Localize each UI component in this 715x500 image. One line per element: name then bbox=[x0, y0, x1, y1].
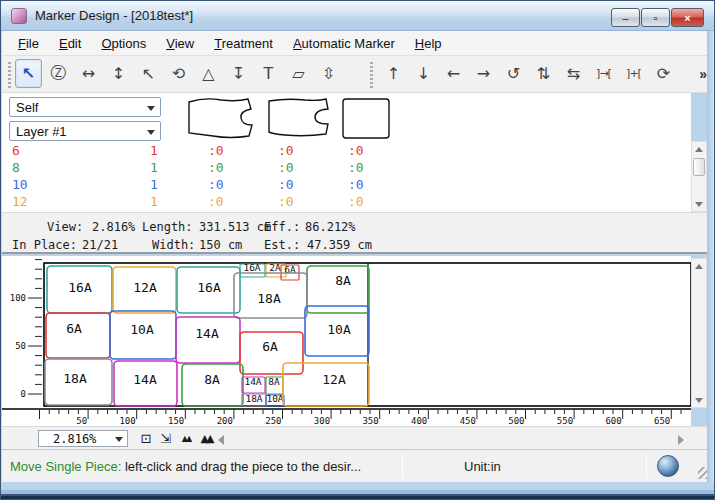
chevron-down-icon bbox=[115, 437, 123, 442]
select-tool-button[interactable]: ↖ bbox=[15, 59, 42, 88]
toolbar-grip-2[interactable] bbox=[370, 62, 373, 88]
size-row-8[interactable]: 81:0:0:0 bbox=[6, 159, 686, 176]
menu-options[interactable]: Options bbox=[91, 33, 156, 54]
piece-2A-4[interactable]: 2A bbox=[266, 262, 286, 277]
qty-cell: 1 bbox=[150, 160, 208, 175]
canvas-vertical-scrollbar[interactable] bbox=[691, 258, 707, 408]
toolbar-overflow-button[interactable]: » bbox=[699, 66, 707, 82]
h-ruler-label: 100 bbox=[119, 416, 135, 426]
flip-vertical-button[interactable]: ⇅ bbox=[530, 59, 557, 88]
menu-edit[interactable]: Edit bbox=[49, 33, 91, 54]
rotate-piece-tool-button[interactable]: ⟲ bbox=[165, 59, 192, 88]
marker-canvas[interactable]: 05010015016A12A16A16A2A6A8A18A6A10A14A6A… bbox=[2, 256, 691, 426]
text-tool-button[interactable]: T bbox=[255, 59, 282, 88]
globe-icon[interactable] bbox=[657, 455, 679, 477]
scrollbar-thumb[interactable] bbox=[693, 158, 705, 176]
scroll-left-icon[interactable] bbox=[218, 435, 224, 445]
layer-dropdown[interactable]: Layer #1 bbox=[9, 121, 161, 141]
zoom-tool-button[interactable]: Ⓩ bbox=[45, 59, 72, 88]
gap-right-button[interactable]: ]→[ bbox=[590, 59, 617, 88]
size-row-6[interactable]: 61:0:0:0 bbox=[6, 142, 686, 159]
piece-preview-3[interactable] bbox=[343, 99, 389, 138]
piece-label: 16A bbox=[243, 262, 260, 273]
size-row-12[interactable]: 121:0:0:0 bbox=[6, 193, 686, 210]
move-down-button[interactable]: ↓ bbox=[410, 59, 437, 88]
menu-automatic-marker[interactable]: Automatic Marker bbox=[283, 33, 405, 54]
piece-14A-10[interactable]: 14A bbox=[176, 317, 240, 363]
piece-6A-11[interactable]: 6A bbox=[240, 332, 303, 374]
piece-8A-17[interactable]: 8A bbox=[266, 376, 283, 394]
piece-16A-2[interactable]: 16A bbox=[177, 267, 240, 313]
menu-file[interactable]: File bbox=[8, 33, 49, 54]
move-horizontal-tool-button[interactable]: ↔ bbox=[75, 59, 102, 88]
piece-8A-15[interactable]: 8A bbox=[182, 364, 243, 406]
preview-small-icon[interactable]: ▲▲ bbox=[176, 429, 196, 448]
chevron-down-icon bbox=[147, 106, 155, 111]
scroll-up-icon[interactable] bbox=[692, 143, 706, 155]
restore-button[interactable]: ▫ bbox=[641, 8, 670, 27]
move-left-button[interactable]: ← bbox=[440, 59, 467, 88]
piece-6A-5[interactable]: 6A bbox=[281, 264, 299, 280]
piece-16A-0[interactable]: 16A bbox=[47, 266, 112, 313]
zoom-level-dropdown[interactable]: 2.816% bbox=[38, 430, 128, 447]
piece-6A-8[interactable]: 6A bbox=[46, 313, 110, 358]
scroll-down-icon[interactable] bbox=[692, 394, 706, 406]
drop-piece-tool-button[interactable]: ↧ bbox=[225, 59, 252, 88]
piece-12A-1[interactable]: 12A bbox=[113, 267, 176, 313]
move-right-button[interactable]: → bbox=[470, 59, 497, 88]
piece-18A-13[interactable]: 18A bbox=[45, 359, 112, 405]
align-piece-tool-button[interactable]: △ bbox=[195, 59, 222, 88]
grouping-dropdown[interactable]: Self bbox=[9, 97, 161, 117]
piece-label: 10A bbox=[130, 322, 154, 337]
piece-10A-9[interactable]: 10A bbox=[110, 311, 176, 359]
grouping-value: Self bbox=[16, 100, 38, 115]
close-button[interactable]: × bbox=[671, 8, 704, 27]
piece-18A-18[interactable]: 18A bbox=[242, 393, 266, 406]
inplace-value: 21/21 bbox=[82, 238, 118, 252]
marker-layout[interactable]: 05010015016A12A16A16A2A6A8A18A6A10A14A6A… bbox=[2, 256, 691, 426]
preview-large-icon[interactable]: ▲▲ bbox=[196, 429, 216, 448]
toolbar-grip[interactable] bbox=[8, 62, 11, 88]
col2-cell: :0 bbox=[278, 143, 348, 158]
menu-treatment[interactable]: Treatment bbox=[204, 33, 283, 54]
length-label: Length: bbox=[142, 220, 193, 234]
piece-12A-20[interactable]: 12A bbox=[283, 363, 369, 406]
move-up-button[interactable]: ↑ bbox=[380, 59, 407, 88]
pick-piece-tool-button[interactable]: ↖ bbox=[135, 59, 162, 88]
window-bottom-border bbox=[1, 482, 714, 500]
width-label: Width: bbox=[152, 238, 195, 252]
piece-label: 14A bbox=[133, 372, 157, 387]
scroll-right-icon[interactable] bbox=[678, 435, 684, 445]
fit-view-icon[interactable]: ⇲ bbox=[156, 429, 176, 448]
minimize-button[interactable]: – bbox=[611, 8, 640, 27]
rotate-ccw-button[interactable]: ↺ bbox=[500, 59, 527, 88]
tilt-piece-button[interactable]: ⟳ bbox=[650, 59, 677, 88]
length-value: 331.513 cm bbox=[199, 220, 271, 234]
piece-14A-16[interactable]: 14A bbox=[242, 376, 265, 393]
piece-preview-2[interactable] bbox=[269, 99, 328, 136]
fit-bounds-tool-button[interactable]: ⇳ bbox=[315, 59, 342, 88]
move-vertical-tool-button[interactable]: ↕ bbox=[105, 59, 132, 88]
scroll-up-icon[interactable] bbox=[692, 260, 706, 272]
piece-preview-1[interactable] bbox=[189, 99, 252, 138]
size-table-scrollbar[interactable] bbox=[691, 141, 707, 212]
size-row-10[interactable]: 101:0:0:0 bbox=[6, 176, 686, 193]
zoom-bar: 2.816% ⊡⇲▲▲▲▲ bbox=[2, 426, 713, 449]
status-mode-label: Move Single Piece: bbox=[10, 459, 125, 474]
menu-bar: FileEditOptionsViewTreatmentAutomatic Ma… bbox=[2, 31, 713, 56]
window-title: Marker Design - [2018test*] bbox=[35, 8, 193, 23]
crop-frame-icon[interactable]: ⊡ bbox=[136, 429, 156, 448]
piece-14A-14[interactable]: 14A bbox=[114, 361, 177, 406]
flip-horizontal-button[interactable]: ⇆ bbox=[560, 59, 587, 88]
status-divider bbox=[402, 454, 403, 479]
status-bar: Move Single Piece: left-click and drag t… bbox=[2, 449, 713, 482]
gap-add-button[interactable]: ]+[ bbox=[620, 59, 647, 88]
menu-help[interactable]: Help bbox=[405, 33, 452, 54]
window-right-border bbox=[707, 31, 714, 482]
piece-label: 10A bbox=[327, 322, 351, 337]
piece-10A-19[interactable]: 10A bbox=[266, 393, 284, 406]
piece-16A-3[interactable]: 16A bbox=[240, 262, 265, 277]
measure-tool-button[interactable]: ▱ bbox=[285, 59, 312, 88]
scroll-down-icon[interactable] bbox=[692, 198, 706, 210]
menu-view[interactable]: View bbox=[156, 33, 204, 54]
